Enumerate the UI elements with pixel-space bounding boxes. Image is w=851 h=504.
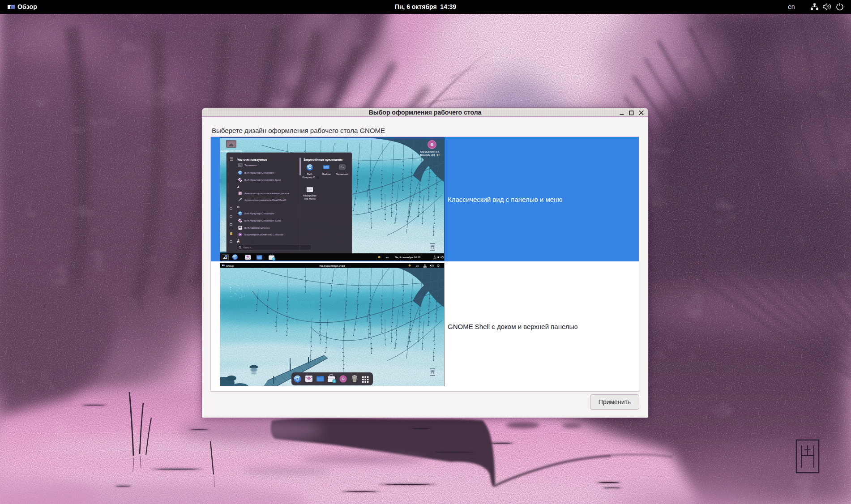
svg-text:Пн, 9 сентября 14:13: Пн, 9 сентября 14:13	[395, 256, 421, 259]
svg-text:Обзор: Обзор	[226, 265, 234, 267]
svg-text:Аудиопроигрыватель DeaDBeeF: Аудиопроигрыватель DeaDBeeF	[244, 198, 286, 201]
svg-text:Анализатор использования диско: Анализатор использования дисков	[244, 192, 290, 195]
svg-text:B: B	[237, 205, 239, 209]
svg-text:Веб-камера Cheese: Веб-камера Cheese	[244, 226, 270, 229]
svg-text:Терминал: Терминал	[336, 173, 348, 175]
svg-text:Файлы: Файлы	[322, 173, 330, 175]
svg-text:Часто используемые: Часто используемые	[237, 158, 268, 162]
svg-text:Видеопроигрыватель Celluloid: Видеопроигрыватель Celluloid	[244, 233, 283, 236]
svg-text:Настройки: Настройки	[303, 194, 316, 197]
svg-text:браузер C...: браузер C...	[302, 176, 317, 179]
svg-text:Веб-браузер Chromium Gost: Веб-браузер Chromium Gost	[244, 178, 281, 181]
svg-text:en: en	[416, 265, 419, 267]
svg-text:Arc Menu: Arc Menu	[304, 197, 316, 200]
svg-text:Закреплённые приложения: Закреплённые приложения	[304, 158, 342, 162]
svg-text:Веб-браузер Chromium: Веб-браузер Chromium	[244, 212, 274, 215]
svg-text:Веб-: Веб-	[307, 173, 313, 175]
svg-text:Поиск...: Поиск...	[243, 246, 253, 249]
svg-text:Д: Д	[237, 239, 239, 243]
svg-text:BaseOS-x86_64: BaseOS-x86_64	[420, 154, 440, 156]
svg-text:Веб-браузер Chromium Gost: Веб-браузер Chromium Gost	[244, 219, 281, 222]
svg-text:Терминал: Терминал	[244, 163, 257, 167]
svg-text:A: A	[237, 185, 239, 188]
svg-text:Домашняя папка: Домашняя папка	[220, 149, 242, 152]
svg-text:en: en	[386, 256, 389, 259]
svg-text:Веб-браузер Chromium: Веб-браузер Chromium	[244, 171, 274, 174]
svg-text:MSVSphere 9.6: MSVSphere 9.6	[420, 150, 440, 153]
svg-text:Пн, 9 сентября 14:19: Пн, 9 сентября 14:19	[320, 265, 346, 267]
